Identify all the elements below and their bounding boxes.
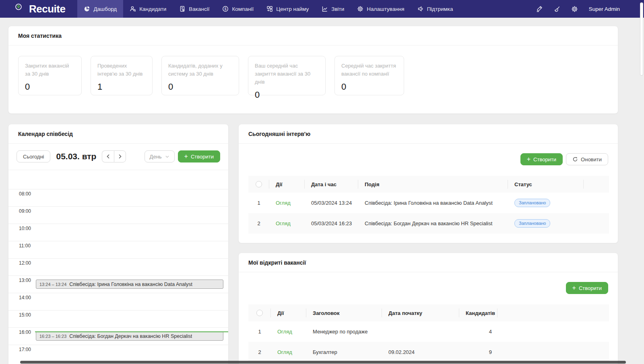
vacancies-card: Мої відкриті вакансії + Створити Дії Заг… [238,253,618,364]
refresh-icon [572,156,578,162]
calendar-toolbar: Сьогодні 05.03. втр День + Створити [8,144,228,170]
view-link[interactable]: Огляд [277,329,292,335]
logo-pin-icon [15,4,26,14]
calendar-hour-row-16[interactable]: 16:00 16:23 – 16:23 Співбесіда: Богдан Д… [8,328,228,345]
col-empty [497,304,609,321]
vacancies-title: Мої відкриті вакансії [248,259,306,266]
reports-icon [322,6,328,12]
row-number: 2 [248,213,269,234]
time-label: 11:00 [19,243,31,249]
col-datetime: Дата і час [305,176,358,193]
nav-item-companies[interactable]: $ Компанії [216,0,260,18]
horizontal-scrollbar[interactable] [20,361,626,364]
nav-item-label: Звіти [331,6,344,12]
time-label: 16:00 [19,329,31,335]
calendar-hour-row-14[interactable]: 14:00 [8,293,228,311]
view-link[interactable]: Огляд [276,220,291,226]
support-icon [417,6,424,12]
nav-item-label: Компанії [232,6,254,12]
next-day-button[interactable] [114,150,126,162]
stat-value: 0 [255,90,319,100]
view-link[interactable]: Огляд [276,200,291,206]
nav-item-vacancies[interactable]: Вакансії [173,0,216,18]
status-badge: Заплановано [514,219,550,228]
plus-icon: + [527,156,530,162]
select-all-checkbox[interactable] [256,310,263,316]
stat-value: 0 [168,82,232,92]
user-name[interactable]: Super Admin [589,6,620,12]
event-time: 13:24 – 13:24 [39,282,66,287]
interviews-refresh-button[interactable]: Оновити [566,153,608,165]
calendar-event-hr-specialist[interactable]: 16:23 – 16:23 Співбесіда: Богдан Деркач … [36,331,223,341]
stats-body: Закритих вакансій за 30 днів 0 Проведени… [8,45,618,106]
stat-label: Кандидатів, доданих у систему за 30 днів [168,62,232,78]
calendar-allday-row[interactable] [8,170,228,189]
calendar-hour-row-13[interactable]: 13:00 13:24 – 13:24 Співбесіда: Ірина Го… [8,276,228,293]
col-candidates: Кандидатів [459,304,497,321]
stats-card: Моя статистика Закритих вакансій за 30 д… [8,26,618,114]
calendar-hour-row-12[interactable]: 12:00 [8,259,228,276]
row-number: 1 [248,321,271,342]
view-mode-value: День [150,154,162,160]
calendar-hour-row-17[interactable]: 17:00 [8,345,228,362]
app-logo[interactable]: Recuite [15,3,65,15]
calendar-date-label: 05.03. втр [56,152,96,161]
gear-icon[interactable] [568,3,582,15]
today-button[interactable]: Сьогодні [17,150,50,162]
interviews-card: Сьогодняшні інтерв'ю + Створити Оновити [238,124,618,243]
vacancies-create-button[interactable]: + Створити [566,282,608,294]
table-row: 2 Огляд 05/03/2024 16:23 Співбесіда: Бог… [248,213,609,234]
stat-card-interviews-held: Проведених інтерв'ю за 30 днів 1 [91,56,153,95]
vacancies-body: + Створити Дії Заголовок Дата початку Ка… [239,282,618,364]
calendar-create-button[interactable]: + Створити [178,150,220,162]
nav-item-reports[interactable]: Звіти [315,0,351,18]
event-time: 16:23 – 16:23 [39,334,66,339]
calendar-title: Календар співбесід [18,131,73,137]
calendar-hour-row-15[interactable]: 15:00 [8,311,228,328]
nav-item-hiring-center[interactable]: Центр найму [260,0,315,18]
stats-title: Моя статистика [18,33,62,39]
navbar-actions: Super Admin [533,3,620,15]
prev-day-button[interactable] [102,150,114,162]
refresh-button-label: Оновити [581,156,602,162]
dashboard-screen: Recuite Дашборд Кандидати Вакансії [0,0,644,364]
stat-card-closed-vacancies: Закритих вакансій за 30 днів 0 [18,56,82,95]
row-number: 2 [248,342,271,362]
view-link[interactable]: Огляд [277,349,292,355]
stat-card-your-avg-close-time: Ваш середній час закриття вакансії за 30… [248,56,326,95]
event-title: Співбесіда: Ірина Головкіна на вакансію … [69,282,192,287]
top-navbar: Recuite Дашборд Кандидати Вакансії [0,0,644,18]
nav-item-dashboard[interactable]: Дашборд [77,0,123,18]
time-label: 15:00 [19,312,31,318]
nav-item-support[interactable]: Підтримка [411,0,460,18]
stat-value: 1 [97,82,146,92]
vacancy-start-date [382,321,459,342]
select-all-checkbox[interactable] [256,181,262,187]
create-button-label: Створити [191,154,214,160]
create-button-label: Створити [533,156,556,162]
view-mode-select[interactable]: День [144,150,175,162]
col-start-date: Дата початку [382,304,459,321]
col-event: Подія [358,176,508,193]
highlighter-icon[interactable] [533,3,546,15]
stat-label: Ваш середній час закриття вакансії за 30… [255,62,319,86]
interview-datetime: 05/03/2024 13:24 [305,193,358,213]
vertical-scrollbar[interactable] [640,2,643,76]
time-label: 13:00 [19,278,31,283]
calendar-grid: 08:00 09:00 10:00 11:00 12:00 13:00 13:2… [8,170,228,362]
nav-item-settings[interactable]: Налаштування [351,0,411,18]
calendar-hour-row-10[interactable]: 10:00 [8,224,228,241]
calendar-hour-row-11[interactable]: 11:00 [8,241,228,259]
brush-icon[interactable] [550,3,564,15]
candidates-icon [130,6,136,12]
col-title: Заголовок [306,304,382,321]
calendar-hour-row-09[interactable]: 09:00 [8,207,228,224]
interviews-create-button[interactable]: + Створити [520,153,563,165]
companies-icon: $ [222,6,229,12]
hiring-center-icon [266,6,273,12]
table-row: 2 Огляд Бухгалтер 09.02.2024 9 [248,342,609,362]
calendar-hour-row-08[interactable]: 08:00 [8,189,228,207]
nav-item-label: Вакансії [189,6,209,12]
nav-item-candidates[interactable]: Кандидати [123,0,173,18]
calendar-event-data-analyst[interactable]: 13:24 – 13:24 Співбесіда: Ірина Головкін… [36,280,223,289]
